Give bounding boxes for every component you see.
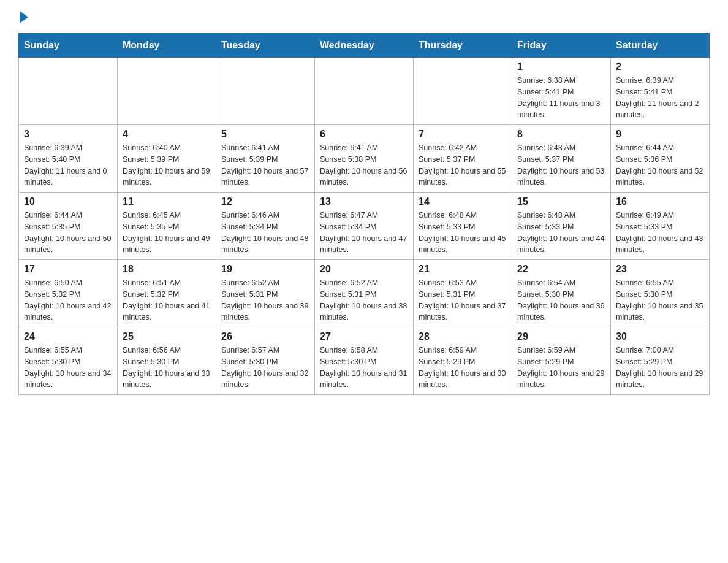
day-info: Sunrise: 6:42 AM Sunset: 5:37 PM Dayligh…: [419, 142, 507, 188]
day-number: 23: [616, 264, 704, 275]
day-number: 26: [221, 331, 309, 342]
calendar-week-row: 24Sunrise: 6:55 AM Sunset: 5:30 PM Dayli…: [19, 327, 710, 395]
day-info: Sunrise: 6:43 AM Sunset: 5:37 PM Dayligh…: [517, 142, 605, 188]
day-info: Sunrise: 6:55 AM Sunset: 5:30 PM Dayligh…: [24, 345, 112, 391]
day-info: Sunrise: 6:48 AM Sunset: 5:33 PM Dayligh…: [517, 210, 605, 256]
day-info: Sunrise: 6:59 AM Sunset: 5:29 PM Dayligh…: [517, 345, 605, 391]
calendar-day-cell: 8Sunrise: 6:43 AM Sunset: 5:37 PM Daylig…: [512, 125, 611, 193]
day-number: 11: [123, 196, 211, 207]
day-info: Sunrise: 6:51 AM Sunset: 5:32 PM Dayligh…: [123, 277, 211, 323]
weekday-header-row: SundayMondayTuesdayWednesdayThursdayFrid…: [19, 34, 710, 58]
day-info: Sunrise: 6:45 AM Sunset: 5:35 PM Dayligh…: [123, 210, 211, 256]
day-number: 8: [517, 129, 605, 140]
weekday-header-monday: Monday: [118, 34, 216, 58]
logo-arrow-icon: [20, 11, 28, 23]
calendar-day-cell: 25Sunrise: 6:56 AM Sunset: 5:30 PM Dayli…: [118, 327, 216, 395]
day-number: 12: [221, 196, 309, 207]
calendar-day-cell: 2Sunrise: 6:39 AM Sunset: 5:41 PM Daylig…: [611, 58, 710, 125]
calendar-day-cell: [315, 58, 414, 125]
calendar-day-cell: 22Sunrise: 6:54 AM Sunset: 5:30 PM Dayli…: [512, 260, 611, 327]
day-number: 10: [24, 196, 112, 207]
calendar-day-cell: 4Sunrise: 6:40 AM Sunset: 5:39 PM Daylig…: [118, 125, 216, 193]
day-number: 29: [517, 331, 605, 342]
calendar-day-cell: 29Sunrise: 6:59 AM Sunset: 5:29 PM Dayli…: [512, 327, 611, 395]
day-number: 14: [419, 196, 507, 207]
calendar-day-cell: 5Sunrise: 6:41 AM Sunset: 5:39 PM Daylig…: [216, 125, 315, 193]
header: [18, 12, 710, 23]
day-info: Sunrise: 6:49 AM Sunset: 5:33 PM Dayligh…: [616, 210, 704, 256]
day-number: 5: [221, 129, 309, 140]
day-info: Sunrise: 6:44 AM Sunset: 5:36 PM Dayligh…: [616, 142, 704, 188]
calendar-week-row: 17Sunrise: 6:50 AM Sunset: 5:32 PM Dayli…: [19, 260, 710, 327]
day-info: Sunrise: 6:52 AM Sunset: 5:31 PM Dayligh…: [320, 277, 408, 323]
day-info: Sunrise: 7:00 AM Sunset: 5:29 PM Dayligh…: [616, 345, 704, 391]
day-number: 4: [123, 129, 211, 140]
calendar-day-cell: 27Sunrise: 6:58 AM Sunset: 5:30 PM Dayli…: [315, 327, 414, 395]
calendar-day-cell: 28Sunrise: 6:59 AM Sunset: 5:29 PM Dayli…: [414, 327, 512, 395]
day-number: 19: [221, 264, 309, 275]
calendar-day-cell: [216, 58, 315, 125]
calendar-day-cell: 6Sunrise: 6:41 AM Sunset: 5:38 PM Daylig…: [315, 125, 414, 193]
day-number: 15: [517, 196, 605, 207]
day-info: Sunrise: 6:57 AM Sunset: 5:30 PM Dayligh…: [221, 345, 309, 391]
day-number: 2: [616, 61, 704, 72]
calendar-day-cell: 3Sunrise: 6:39 AM Sunset: 5:40 PM Daylig…: [19, 125, 118, 193]
day-info: Sunrise: 6:44 AM Sunset: 5:35 PM Dayligh…: [24, 210, 112, 256]
calendar-day-cell: 19Sunrise: 6:52 AM Sunset: 5:31 PM Dayli…: [216, 260, 315, 327]
day-number: 1: [517, 61, 605, 72]
day-info: Sunrise: 6:53 AM Sunset: 5:31 PM Dayligh…: [419, 277, 507, 323]
day-number: 20: [320, 264, 408, 275]
calendar-day-cell: 7Sunrise: 6:42 AM Sunset: 5:37 PM Daylig…: [414, 125, 512, 193]
day-number: 28: [419, 331, 507, 342]
calendar-day-cell: 17Sunrise: 6:50 AM Sunset: 5:32 PM Dayli…: [19, 260, 118, 327]
calendar-day-cell: [19, 58, 118, 125]
day-info: Sunrise: 6:50 AM Sunset: 5:32 PM Dayligh…: [24, 277, 112, 323]
calendar-table: SundayMondayTuesdayWednesdayThursdayFrid…: [18, 33, 710, 395]
day-info: Sunrise: 6:58 AM Sunset: 5:30 PM Dayligh…: [320, 345, 408, 391]
day-info: Sunrise: 6:39 AM Sunset: 5:40 PM Dayligh…: [24, 142, 112, 188]
day-number: 30: [616, 331, 704, 342]
day-number: 21: [419, 264, 507, 275]
calendar-day-cell: 26Sunrise: 6:57 AM Sunset: 5:30 PM Dayli…: [216, 327, 315, 395]
calendar-day-cell: 20Sunrise: 6:52 AM Sunset: 5:31 PM Dayli…: [315, 260, 414, 327]
day-info: Sunrise: 6:39 AM Sunset: 5:41 PM Dayligh…: [616, 75, 704, 121]
weekday-header-friday: Friday: [512, 34, 611, 58]
calendar-day-cell: [414, 58, 512, 125]
day-info: Sunrise: 6:56 AM Sunset: 5:30 PM Dayligh…: [123, 345, 211, 391]
calendar-day-cell: [118, 58, 216, 125]
day-info: Sunrise: 6:55 AM Sunset: 5:30 PM Dayligh…: [616, 277, 704, 323]
day-info: Sunrise: 6:59 AM Sunset: 5:29 PM Dayligh…: [419, 345, 507, 391]
weekday-header-sunday: Sunday: [19, 34, 118, 58]
weekday-header-saturday: Saturday: [611, 34, 710, 58]
calendar-day-cell: 13Sunrise: 6:47 AM Sunset: 5:34 PM Dayli…: [315, 193, 414, 260]
day-number: 25: [123, 331, 211, 342]
day-number: 7: [419, 129, 507, 140]
calendar-day-cell: 10Sunrise: 6:44 AM Sunset: 5:35 PM Dayli…: [19, 193, 118, 260]
calendar-day-cell: 12Sunrise: 6:46 AM Sunset: 5:34 PM Dayli…: [216, 193, 315, 260]
calendar-week-row: 10Sunrise: 6:44 AM Sunset: 5:35 PM Dayli…: [19, 193, 710, 260]
day-number: 3: [24, 129, 112, 140]
day-info: Sunrise: 6:41 AM Sunset: 5:38 PM Dayligh…: [320, 142, 408, 188]
day-number: 18: [123, 264, 211, 275]
calendar-day-cell: 23Sunrise: 6:55 AM Sunset: 5:30 PM Dayli…: [611, 260, 710, 327]
calendar-day-cell: 1Sunrise: 6:38 AM Sunset: 5:41 PM Daylig…: [512, 58, 611, 125]
day-info: Sunrise: 6:46 AM Sunset: 5:34 PM Dayligh…: [221, 210, 309, 256]
day-info: Sunrise: 6:54 AM Sunset: 5:30 PM Dayligh…: [517, 277, 605, 323]
calendar-day-cell: 24Sunrise: 6:55 AM Sunset: 5:30 PM Dayli…: [19, 327, 118, 395]
day-number: 24: [24, 331, 112, 342]
calendar-day-cell: 14Sunrise: 6:48 AM Sunset: 5:33 PM Dayli…: [414, 193, 512, 260]
day-info: Sunrise: 6:41 AM Sunset: 5:39 PM Dayligh…: [221, 142, 309, 188]
day-number: 16: [616, 196, 704, 207]
day-info: Sunrise: 6:40 AM Sunset: 5:39 PM Dayligh…: [123, 142, 211, 188]
calendar-day-cell: 9Sunrise: 6:44 AM Sunset: 5:36 PM Daylig…: [611, 125, 710, 193]
day-info: Sunrise: 6:47 AM Sunset: 5:34 PM Dayligh…: [320, 210, 408, 256]
day-number: 13: [320, 196, 408, 207]
day-number: 22: [517, 264, 605, 275]
day-number: 17: [24, 264, 112, 275]
logo: [18, 12, 28, 23]
day-number: 6: [320, 129, 408, 140]
day-number: 27: [320, 331, 408, 342]
calendar-day-cell: 21Sunrise: 6:53 AM Sunset: 5:31 PM Dayli…: [414, 260, 512, 327]
weekday-header-wednesday: Wednesday: [315, 34, 414, 58]
weekday-header-thursday: Thursday: [414, 34, 512, 58]
